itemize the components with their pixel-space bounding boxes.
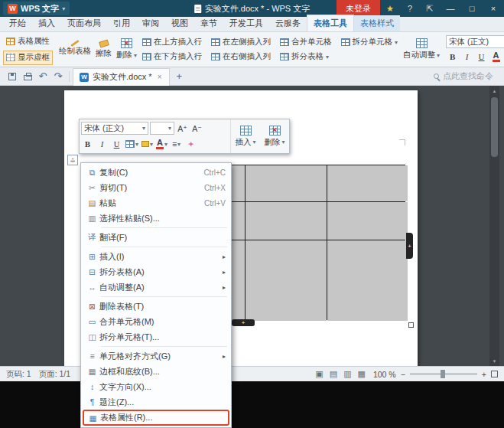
table-resize-handle[interactable] — [408, 322, 414, 328]
border-button[interactable]: ▾ — [125, 137, 139, 151]
menu-item-split-table[interactable]: ⊟ 拆分表格(A) ▸ — [83, 264, 229, 279]
menu-item-paste-special[interactable]: ▥ 选择性粘贴(S)... — [83, 211, 229, 226]
tab-section[interactable]: 章节 — [194, 15, 223, 31]
wps-menu-button[interactable]: W WPS 文字 ▾ — [3, 2, 70, 15]
tab-home[interactable]: 开始 — [3, 15, 32, 31]
insert-col-right-button[interactable]: 在右侧插入列 — [208, 50, 274, 64]
save-button[interactable] — [5, 69, 20, 84]
tab-cloud[interactable]: 云服务 — [269, 15, 307, 31]
menu-item-text-direction[interactable]: ↕ 文字方向(X)... — [83, 379, 229, 394]
scroll-down-icon[interactable]: ▼ — [489, 356, 499, 366]
tab-table-tools[interactable]: 表格工具 — [307, 15, 354, 31]
grow-font-button[interactable]: A⁺ — [176, 122, 189, 136]
split-cells-button[interactable]: 拆分单元格 ▾ — [338, 35, 402, 50]
table-cell[interactable] — [245, 240, 327, 321]
vertical-scrollbar[interactable]: ▲ ▼ — [489, 86, 499, 366]
table-move-handle[interactable]: ↔ ↕ — [67, 155, 78, 165]
table-cell[interactable] — [245, 202, 327, 240]
mini-delete-button[interactable]: 删除 ▾ — [260, 119, 289, 153]
redo-button[interactable]: ↷ — [50, 69, 66, 84]
tab-table-style[interactable]: 表格样式 — [354, 15, 400, 31]
menu-item-table-properties[interactable]: ▦ 表格属性(R)... — [83, 410, 229, 426]
autofit-icon: ↔ — [85, 283, 99, 292]
menu-item-translate[interactable]: 译 翻译(F) — [83, 230, 229, 245]
zoom-out-button[interactable]: − — [401, 370, 405, 379]
mini-underline-button[interactable]: U — [110, 137, 123, 151]
add-row-button[interactable]: + — [232, 319, 255, 326]
merge-cells-icon — [280, 38, 289, 46]
tab-page-layout[interactable]: 页面布局 — [61, 15, 107, 31]
scroll-up-icon[interactable]: ▲ — [489, 86, 499, 96]
zoom-in-button[interactable]: + — [482, 370, 486, 379]
tab-review[interactable]: 审阅 — [136, 15, 165, 31]
command-search[interactable]: 点此查找命令 — [434, 70, 499, 82]
mini-insert-button[interactable]: 插入 ▾ — [231, 119, 260, 153]
menu-item-cut[interactable]: ✂ 剪切(T) Ctrl+X — [83, 180, 229, 195]
fullscreen-icon[interactable] — [491, 371, 498, 377]
menu-item-caption[interactable]: ¶ 题注(Z)... — [83, 394, 229, 410]
undo-button[interactable]: ↶ — [35, 69, 50, 84]
draw-table-button[interactable]: 绘制表格 — [57, 34, 93, 65]
zoom-slider-thumb[interactable] — [441, 370, 445, 378]
help-icon[interactable]: ? — [400, 0, 420, 17]
shading-button[interactable]: ▾ — [141, 137, 154, 151]
panel-toggle-icon[interactable]: ⇱ — [420, 0, 440, 17]
font-color-button[interactable]: A — [489, 51, 502, 64]
new-tab-button[interactable]: + — [170, 70, 188, 82]
table-cell[interactable] — [327, 240, 408, 321]
eraser-button[interactable]: 擦除 — [93, 34, 114, 65]
table-cell[interactable] — [327, 165, 408, 201]
insert-row-above-button[interactable]: 在上方插入行 — [139, 35, 205, 50]
tab-view[interactable]: 视图 — [165, 15, 194, 31]
autofit-button[interactable]: 自动调整 ▾ — [401, 34, 442, 65]
menu-item-insert[interactable]: ⊞ 插入(I) ▸ — [83, 249, 229, 264]
bold-button[interactable]: B — [446, 51, 459, 64]
view-mode-icon[interactable]: ▥ — [343, 369, 351, 379]
menu-item-cell-alignment[interactable]: ≡ 单元格对齐方式(G) ▸ — [83, 348, 229, 364]
merge-cells-button[interactable]: 合并单元格 — [277, 35, 335, 50]
tab-developer[interactable]: 开发工具 — [223, 15, 269, 31]
page-number-text: 页码: 1 — [6, 369, 31, 380]
favorite-icon[interactable]: ★ — [380, 0, 400, 17]
underline-button[interactable]: U — [475, 51, 488, 64]
maximize-button[interactable]: □ — [461, 0, 483, 17]
tab-close-icon[interactable]: × — [156, 73, 164, 81]
align-button[interactable]: ≡ ▾ — [170, 137, 183, 151]
tab-insert[interactable]: 插入 — [32, 15, 61, 31]
menu-item-autofit[interactable]: ↔ 自动调整(A) ▸ — [83, 279, 229, 295]
mini-font-size-combo[interactable]: ▾ — [150, 122, 174, 135]
mini-bold-button[interactable]: B — [81, 137, 94, 151]
italic-button[interactable]: I — [460, 51, 473, 64]
insert-col-left-button[interactable]: 在左侧插入列 — [208, 35, 274, 50]
view-mode-icon[interactable]: ▣ — [315, 369, 323, 379]
menu-item-delete-table[interactable]: ⊠ 删除表格(T) — [83, 299, 229, 314]
view-mode-icon[interactable]: ▦ — [358, 369, 366, 379]
menu-item-paste[interactable]: ▤ 粘贴 Ctrl+V — [83, 195, 229, 211]
shrink-font-button[interactable]: A⁻ — [190, 122, 203, 136]
print-button[interactable] — [20, 69, 35, 84]
mini-font-name-combo[interactable]: 宋体 (正文) ▾ — [81, 122, 148, 135]
menu-item-merge-cells[interactable]: ▭ 合并单元格(M) — [83, 314, 229, 329]
show-gridlines-button[interactable]: 显示虚框 — [3, 51, 53, 65]
delete-button[interactable]: 删除 ▾ — [114, 34, 139, 65]
mini-font-color-button[interactable]: A ▾ — [155, 137, 168, 151]
document-tab[interactable]: W 实验文件.docx * × — [73, 68, 170, 86]
view-mode-icon[interactable]: ▤ — [330, 369, 337, 379]
split-table-button[interactable]: 拆分表格 ▾ — [277, 50, 335, 64]
tab-references[interactable]: 引用 — [107, 15, 136, 31]
menu-item-borders-shading[interactable]: ▦ 边框和底纹(B)... — [83, 364, 229, 379]
menu-item-copy[interactable]: ⧉ 复制(C) Ctrl+C — [83, 165, 229, 180]
table-cell[interactable] — [245, 165, 327, 201]
mini-italic-button[interactable]: I — [96, 137, 109, 151]
zoom-slider[interactable] — [410, 373, 477, 375]
minimize-button[interactable]: — — [440, 0, 461, 17]
close-button[interactable]: × — [483, 0, 504, 17]
add-column-button[interactable]: + — [406, 233, 413, 259]
font-name-combo[interactable]: 宋体 (正文) ▾ — [446, 35, 504, 48]
insert-row-below-button[interactable]: 在下方插入行 — [139, 50, 205, 64]
scrollbar-thumb[interactable] — [491, 97, 498, 157]
smart-format-icon[interactable]: ✦ — [184, 137, 197, 151]
menu-item-split-cells[interactable]: ◫ 拆分单元格(T)... — [83, 329, 229, 345]
table-cell[interactable] — [327, 202, 408, 240]
table-properties-button[interactable]: 表格属性 — [3, 34, 53, 49]
